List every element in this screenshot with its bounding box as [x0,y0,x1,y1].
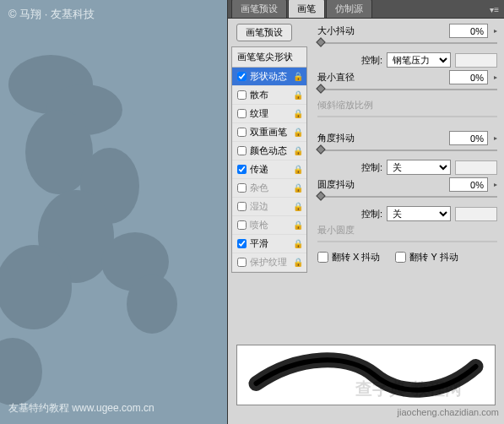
size-jitter-slider[interactable] [317,41,497,46]
shape-dynamics-label: 形状动态 [250,70,290,83]
shape-dynamics-checkbox[interactable] [237,72,247,81]
svg-point-7 [127,275,177,334]
brush-panel: 画笔预设 画笔 仿制源 ▾≡ 画笔预设 画笔笔尖形状 形状动态 🔒 散布 [227,0,504,424]
lock-icon: 🔒 [293,239,303,248]
texture-label: 纹理 [250,107,290,120]
wet-edges-label: 湿边 [250,200,290,213]
smoothing-label: 平滑 [250,237,290,250]
svg-point-8 [0,338,42,405]
transfer-checkbox[interactable] [237,165,247,174]
brush-presets-button[interactable]: 画笔预设 [236,24,292,41]
min-diameter-label: 最小直径 [317,71,355,84]
min-roundness-label: 最小圆度 [317,224,355,236]
control-label: 控制: [361,208,382,220]
min-roundness-slider [317,239,497,244]
option-transfer[interactable]: 传递 🔒 [232,160,306,179]
flip-y-jitter[interactable]: 翻转 Y 抖动 [395,251,458,264]
watermark-center: 查字典 教程网 [355,378,462,400]
brush-options-list: 画笔笔尖形状 形状动态 🔒 散布 🔒 纹理 🔒 [231,46,307,273]
flip-x-jitter[interactable]: 翻转 X 抖动 [317,251,380,264]
lock-icon: 🔒 [293,220,303,230]
roundness-jitter-label: 圆度抖动 [317,178,355,191]
size-jitter-value[interactable]: 0% [449,24,488,38]
watermark-right: jiaocheng.chazidian.com [398,407,499,417]
option-wet-edges[interactable]: 湿边 🔒 [232,198,306,216]
transfer-label: 传递 [250,163,290,176]
tab-clone-source[interactable]: 仿制源 [326,0,372,18]
option-smoothing[interactable]: 平滑 🔒 [232,235,306,253]
flip-x-checkbox[interactable] [317,252,328,263]
size-control-select[interactable]: 钢笔压力 [387,52,451,68]
option-color-dynamics[interactable]: 颜色动态 🔒 [232,142,306,160]
tilt-scale-label: 倾斜缩放比例 [317,99,373,111]
dual-brush-checkbox[interactable] [237,128,247,137]
control-hint-box [455,207,497,221]
smoothing-checkbox[interactable] [237,239,247,248]
roundness-control-select[interactable]: 关 [387,206,451,221]
angle-jitter-slider[interactable] [317,148,497,153]
lock-icon: 🔒 [293,258,303,267]
flip-y-checkbox[interactable] [395,252,406,263]
control-label: 控制: [361,161,382,174]
panel-menu-icon[interactable]: ▾≡ [485,2,504,18]
roundness-jitter-slider[interactable] [317,194,497,199]
arrow-icon: ▸ [494,181,497,188]
arrow-icon: ▸ [494,134,497,142]
lock-icon: 🔒 [293,128,303,137]
control-hint-box [455,53,497,68]
color-dynamics-checkbox[interactable] [237,146,247,155]
min-diameter-slider[interactable] [317,87,497,92]
airbrush-label: 喷枪 [250,219,290,231]
color-dynamics-label: 颜色动态 [250,144,290,157]
protect-texture-label: 保护纹理 [250,256,290,269]
texture-checkbox[interactable] [237,109,247,118]
option-shape-dynamics[interactable]: 形状动态 🔒 [232,68,306,86]
noise-checkbox[interactable] [237,183,247,193]
scattering-label: 散布 [250,89,290,101]
airbrush-checkbox[interactable] [237,220,247,230]
brush-tip-shape[interactable]: 画笔笔尖形状 [232,47,306,68]
control-label: 控制: [361,54,382,67]
min-diameter-value[interactable]: 0% [449,70,488,84]
option-noise[interactable]: 杂色 🔒 [232,179,306,198]
lock-icon: 🔒 [293,183,303,193]
panel-tabs: 画笔预设 画笔 仿制源 ▾≡ [228,0,504,19]
option-dual-brush[interactable]: 双重画笔 🔒 [232,123,306,142]
angle-jitter-value[interactable]: 0% [449,131,488,145]
size-jitter-label: 大小抖动 [317,24,355,37]
dual-brush-label: 双重画笔 [250,126,290,139]
lock-icon: 🔒 [293,165,303,174]
roundness-jitter-value[interactable]: 0% [449,177,488,192]
control-hint-box [455,160,497,175]
lock-icon: 🔒 [293,146,303,155]
lock-icon: 🔒 [293,90,303,100]
noise-label: 杂色 [250,182,290,194]
angle-control-select[interactable]: 关 [387,160,451,175]
lock-icon: 🔒 [293,72,303,81]
arrow-icon: ▸ [494,27,497,35]
lock-icon: 🔒 [293,202,303,211]
tab-brush-presets[interactable]: 画笔预设 [231,0,287,18]
option-airbrush[interactable]: 喷枪 🔒 [232,216,306,235]
option-protect-texture[interactable]: 保护纹理 🔒 [232,253,306,272]
protect-texture-checkbox[interactable] [237,258,247,267]
watermark-top: © 马翔 · 友基科技 [8,7,95,22]
wet-edges-checkbox[interactable] [237,202,247,211]
lock-icon: 🔒 [293,109,303,118]
tilt-scale-slider [317,114,497,119]
watermark-bottom: 友基特约教程 www.ugee.com.cn [8,401,154,416]
scattering-checkbox[interactable] [237,90,247,100]
arrow-icon: ▸ [494,73,497,81]
option-texture[interactable]: 纹理 🔒 [232,105,306,123]
option-scattering[interactable]: 散布 🔒 [232,86,306,105]
angle-jitter-label: 角度抖动 [317,132,355,144]
tab-brush[interactable]: 画笔 [288,0,325,18]
